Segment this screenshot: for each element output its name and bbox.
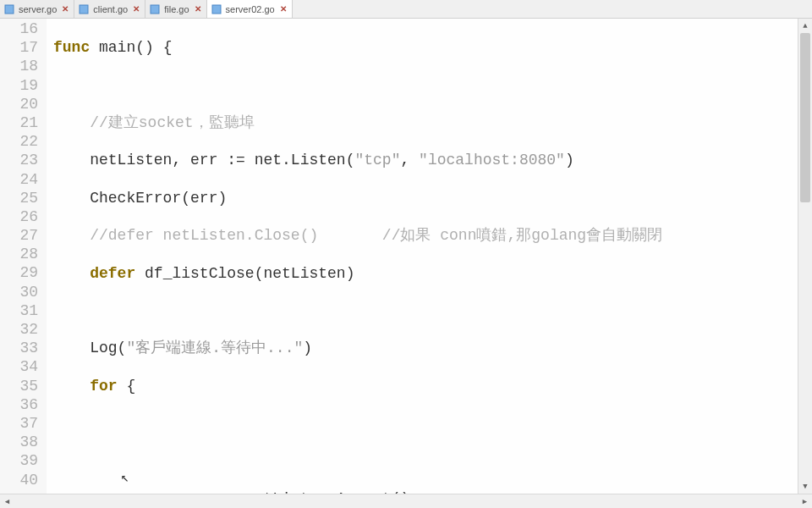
line-number: 40: [0, 471, 38, 489]
scroll-up-arrow-icon[interactable]: ▲: [798, 19, 812, 33]
tab-server-go[interactable]: server.go ✕: [0, 0, 74, 18]
line-number: 20: [0, 95, 38, 113]
line-number: 22: [0, 132, 38, 151]
line-number: 24: [0, 170, 38, 189]
line-number: 17: [0, 38, 38, 57]
line-number: 30: [0, 283, 38, 301]
line-number: 31: [0, 301, 38, 320]
file-icon: [3, 3, 15, 15]
scroll-right-arrow-icon[interactable]: ▶: [798, 497, 812, 506]
line-number: 16: [0, 19, 38, 38]
file-icon: [78, 3, 90, 15]
line-number: 19: [0, 76, 38, 95]
tab-file-go[interactable]: file.go ✕: [145, 0, 206, 18]
line-number: 33: [0, 339, 38, 357]
line-number: 34: [0, 357, 38, 376]
file-icon: [149, 3, 161, 15]
tab-label: client.go: [93, 4, 128, 14]
line-number: 18: [0, 57, 38, 75]
svg-rect-1: [80, 5, 88, 14]
close-icon[interactable]: ✕: [60, 4, 70, 14]
comment: //defer netListen.Close() //如果 conn噴錯,那g…: [53, 227, 662, 244]
tab-server02-go[interactable]: server02.go ✕: [207, 0, 293, 18]
line-number: 26: [0, 207, 38, 226]
tab-label: server02.go: [226, 4, 275, 14]
line-number: 39: [0, 451, 38, 470]
line-number: 23: [0, 151, 38, 169]
line-number: 21: [0, 113, 38, 132]
keyword-for: for: [90, 378, 117, 395]
string: "localhost:8080": [419, 152, 565, 168]
svg-rect-2: [151, 5, 159, 14]
line-number: 36: [0, 395, 38, 414]
scroll-left-arrow-icon[interactable]: ◀: [0, 497, 14, 506]
close-icon[interactable]: ✕: [278, 4, 288, 14]
tab-client-go[interactable]: client.go ✕: [74, 0, 145, 18]
comment: //建立socket，監聽埠: [53, 114, 255, 131]
tab-label: file.go: [164, 4, 189, 14]
close-icon[interactable]: ✕: [193, 4, 203, 14]
horizontal-scrollbar[interactable]: ◀ ▶: [0, 494, 812, 508]
close-icon[interactable]: ✕: [131, 4, 141, 14]
svg-rect-3: [212, 5, 221, 14]
keyword-defer: defer: [90, 265, 135, 282]
keyword-func: func: [53, 39, 90, 56]
line-number: 29: [0, 263, 38, 282]
scrollbar-thumb[interactable]: [800, 33, 810, 202]
tab-label: server.go: [19, 4, 57, 14]
tab-bar: server.go ✕ client.go ✕ file.go ✕ server…: [0, 0, 812, 19]
string: "tcp": [354, 152, 400, 168]
line-number: 32: [0, 320, 38, 339]
vertical-scrollbar[interactable]: ▲ ▼: [798, 19, 812, 494]
scroll-down-arrow-icon[interactable]: ▼: [798, 479, 812, 494]
line-number: 25: [0, 189, 38, 207]
string: "客戶端連線.等待中...": [126, 340, 303, 356]
cursor-pointer-icon: ↖: [121, 469, 129, 488]
editor-area: 1617181920212223242526272829303132333435…: [0, 19, 812, 494]
line-number: 37: [0, 414, 38, 433]
file-icon: [211, 3, 222, 15]
line-number: 27: [0, 226, 38, 245]
code-editor[interactable]: func main() { //建立socket，監聽埠 netListen, …: [47, 19, 798, 494]
line-number: 28: [0, 245, 38, 263]
line-number-gutter: 1617181920212223242526272829303132333435…: [0, 19, 47, 494]
line-number: 35: [0, 377, 38, 395]
svg-rect-0: [5, 5, 14, 14]
line-number: 38: [0, 433, 38, 451]
